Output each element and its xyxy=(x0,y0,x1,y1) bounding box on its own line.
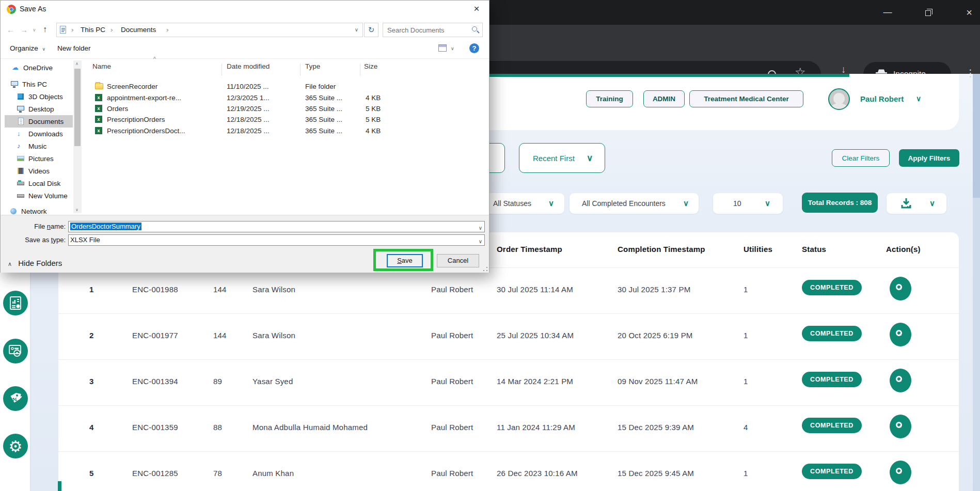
close-window-button[interactable]: × xyxy=(961,7,977,19)
file-row[interactable]: x appointment-export-re... 12/3/2025 1..… xyxy=(84,93,489,104)
scroll-down-icon[interactable]: ∨ xyxy=(75,208,78,212)
patient-id: 89 xyxy=(213,377,222,386)
page-size-dropdown[interactable]: 10 ∨ xyxy=(713,193,783,214)
col-size[interactable]: Size xyxy=(364,62,377,70)
sidebar-item-downloads[interactable]: ↓ Downloads xyxy=(5,128,73,140)
file-name-chevron-icon[interactable]: ∨ xyxy=(479,223,482,233)
sidebar-item-onedrive[interactable]: ☁ OneDrive xyxy=(5,61,73,74)
nav-scrollbar[interactable]: ∧ ∨ xyxy=(73,60,82,213)
file-name-input[interactable]: OrdersDoctorSummary ∨ xyxy=(68,221,485,232)
sidebar-item-desktop[interactable]: Desktop xyxy=(5,103,73,115)
utilities-count: 1 xyxy=(744,331,748,340)
user-avatar[interactable] xyxy=(828,88,850,110)
sidebar-item-documents[interactable]: Documents xyxy=(5,115,73,128)
clear-filters-button[interactable]: Clear Filters xyxy=(832,149,890,167)
completion-timestamp: 15 Dec 2025 9:39 AM xyxy=(618,423,694,432)
utilities-count: 4 xyxy=(744,423,748,432)
search-input[interactable]: Search Documents xyxy=(383,23,483,37)
help-icon[interactable]: ? xyxy=(469,43,479,53)
onedrive-cloud-icon: ☁ xyxy=(12,64,20,71)
dialog-titlebar[interactable]: Save As × xyxy=(1,1,489,18)
admin-badge: ADMIN xyxy=(643,90,685,107)
3d-cube-icon xyxy=(17,93,25,100)
file-row[interactable]: x Orders 12/19/2025 ... 365 Suite ... 5 … xyxy=(84,104,489,115)
organize-menu[interactable]: Organize ∨ xyxy=(10,44,45,52)
user-chevron-down-icon[interactable]: ∨ xyxy=(916,94,921,103)
minimize-button[interactable]: — xyxy=(880,7,895,19)
history-chevron-icon[interactable]: ∨ xyxy=(33,27,36,33)
breadcrumb-this-pc[interactable]: This PC xyxy=(81,26,105,34)
folder-icon xyxy=(95,83,103,89)
apply-filters-button[interactable]: Apply Filters xyxy=(899,149,959,167)
patient-id: 144 xyxy=(213,285,227,294)
view-action-button[interactable] xyxy=(890,461,911,484)
breadcrumb-sep: › xyxy=(71,26,74,34)
back-icon[interactable]: ← xyxy=(7,25,14,34)
table-row: 1 ENC-001988 144 Sara Wilson Paul Robert… xyxy=(58,268,959,314)
sidebar-item-new-volume[interactable]: New Volume xyxy=(5,189,73,202)
reports-icon[interactable] xyxy=(3,291,28,315)
dialog-close-icon[interactable]: × xyxy=(468,3,485,14)
patient-name: Mona Adbulla Humaid Mohamed xyxy=(252,423,368,432)
breadcrumb-sep: › xyxy=(166,26,169,34)
page-scrollbar-thumb[interactable] xyxy=(973,74,980,198)
status-badge: COMPLETED xyxy=(802,372,862,387)
cancel-button[interactable]: Cancel xyxy=(437,254,479,267)
collapse-chevron-icon: ∧ xyxy=(8,261,12,267)
doctor-name: Paul Robert xyxy=(431,469,473,478)
restore-button[interactable] xyxy=(921,7,937,19)
file-row[interactable]: ScreenRecorder 11/10/2025 ... File folde… xyxy=(84,82,489,92)
sidebar-item-3d-objects[interactable]: 3D Objects xyxy=(5,90,73,103)
refresh-icon[interactable]: ↻ xyxy=(364,23,378,37)
resize-grip[interactable] xyxy=(483,267,487,271)
export-dropdown[interactable]: ∨ xyxy=(887,193,946,214)
col-date-modified[interactable]: Date modified xyxy=(227,62,270,70)
patient-name: Yasar Syed xyxy=(252,377,293,386)
sort-caret-icon[interactable]: ^ xyxy=(153,56,156,62)
settings-gear-icon[interactable]: ⚙ xyxy=(3,434,28,458)
sidebar-item-music[interactable]: ♪ Music xyxy=(5,140,73,152)
save-as-type-select[interactable]: XLSX File ∨ xyxy=(68,234,485,246)
sidebar-item-this-pc[interactable]: This PC xyxy=(5,78,73,90)
sidebar-item-videos[interactable]: Videos xyxy=(5,165,73,177)
sidebar-item-local-disk[interactable]: Local Disk xyxy=(5,177,73,189)
sort-dropdown[interactable]: Recent First ∨ xyxy=(519,143,605,173)
nav-scroll-thumb[interactable] xyxy=(74,69,81,146)
videos-icon xyxy=(17,167,25,175)
col-type[interactable]: Type xyxy=(305,62,320,70)
view-action-button[interactable] xyxy=(890,323,911,346)
export-download-icon xyxy=(900,197,912,210)
view-action-button[interactable] xyxy=(890,369,911,392)
view-action-button[interactable] xyxy=(890,415,911,438)
scroll-indicator xyxy=(58,481,61,491)
view-mode-icon[interactable] xyxy=(438,44,447,52)
file-row[interactable]: x PrescriptionOrders 12/18/2025 ... 365 … xyxy=(84,115,489,125)
encounter-filter-dropdown[interactable]: All Completed Encounters ∨ xyxy=(570,193,699,214)
view-chevron-icon[interactable]: ∨ xyxy=(451,46,454,51)
up-icon[interactable]: ↑ xyxy=(43,25,47,34)
save-as-type-chevron-icon[interactable]: ∨ xyxy=(479,236,482,247)
hide-folders-button[interactable]: ∧ Hide Folders xyxy=(8,259,62,267)
workflow-icon[interactable] xyxy=(3,339,28,363)
save-as-type-label: Save as type: xyxy=(4,236,66,244)
sidebar-item-pictures[interactable]: Pictures xyxy=(5,152,73,165)
pricing-tag-icon[interactable] xyxy=(3,386,28,411)
organize-chevron-icon: ∨ xyxy=(42,46,46,52)
encounter-id: ENC-001359 xyxy=(132,423,178,432)
scroll-up-icon[interactable]: ∧ xyxy=(75,61,78,66)
table-row: 2 ENC-001977 144 Sara Wilson Paul Robert… xyxy=(58,314,959,360)
export-chevron-down-icon: ∨ xyxy=(929,199,935,208)
col-name[interactable]: Name xyxy=(92,62,111,70)
search-placeholder: Search Documents xyxy=(387,26,445,34)
doctor-name: Paul Robert xyxy=(431,423,473,432)
new-volume-icon xyxy=(17,192,25,199)
address-chevron-icon[interactable]: ∨ xyxy=(355,27,358,33)
breadcrumb-documents[interactable]: Documents xyxy=(121,26,156,34)
view-action-button[interactable] xyxy=(890,277,911,300)
file-row[interactable]: x PrescriptionOrdersDoct... 12/18/2025 .… xyxy=(84,126,489,137)
breadcrumb[interactable]: › This PC › Documents › ∨ xyxy=(56,23,363,37)
forward-icon[interactable]: → xyxy=(20,25,28,34)
new-folder-button[interactable]: New folder xyxy=(57,44,91,52)
user-menu[interactable]: Paul Robert xyxy=(860,94,904,103)
sort-chevron-down-icon: ∨ xyxy=(587,153,593,164)
